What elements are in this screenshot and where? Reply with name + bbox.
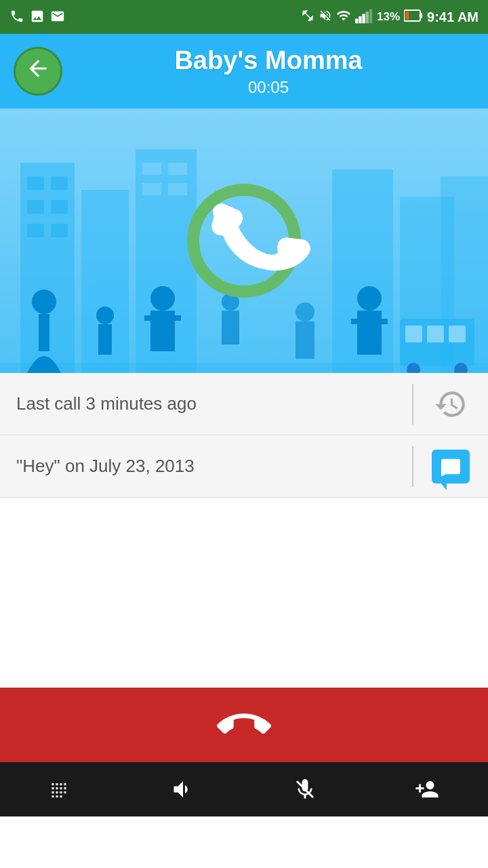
call-info: Baby's Momma 00:05 xyxy=(62,46,474,97)
signal-icon xyxy=(355,9,373,26)
message-icon-container[interactable] xyxy=(413,450,488,484)
svg-rect-38 xyxy=(144,315,157,321)
svg-rect-33 xyxy=(39,314,49,351)
keypad-icon xyxy=(49,777,73,802)
add-caller-button[interactable] xyxy=(393,769,461,810)
svg-rect-11 xyxy=(51,176,68,190)
wifi-status-icon xyxy=(336,8,351,26)
battery-icon xyxy=(404,9,423,25)
message-icon xyxy=(432,450,470,484)
svg-rect-1 xyxy=(359,16,361,23)
last-message-row[interactable]: "Hey" on July 23, 2013 xyxy=(0,435,488,498)
svg-rect-13 xyxy=(51,200,68,214)
status-right-info: 13% 9:41 AM xyxy=(301,8,479,26)
contact-name: Baby's Momma xyxy=(62,46,474,75)
email-status-icon xyxy=(50,9,65,26)
last-message-text: "Hey" on July 23, 2013 xyxy=(0,456,412,477)
call-header: Baby's Momma 00:05 xyxy=(0,34,488,108)
bottom-navigation xyxy=(0,762,488,816)
last-call-text: Last call 3 minutes ago xyxy=(0,393,412,414)
svg-rect-0 xyxy=(355,18,358,23)
svg-rect-44 xyxy=(351,319,363,324)
last-call-row[interactable]: Last call 3 minutes ago xyxy=(0,373,488,435)
svg-rect-10 xyxy=(27,176,44,190)
mute-icon xyxy=(293,777,317,802)
phone-status-icon xyxy=(9,9,24,26)
svg-point-42 xyxy=(357,286,382,311)
svg-rect-2 xyxy=(362,14,365,23)
svg-rect-15 xyxy=(51,224,68,237)
svg-rect-47 xyxy=(296,321,314,359)
svg-point-34 xyxy=(96,307,114,324)
svg-rect-14 xyxy=(27,224,44,237)
end-call-icon xyxy=(217,698,271,752)
svg-rect-31 xyxy=(0,363,488,373)
svg-rect-18 xyxy=(142,163,161,175)
middle-empty xyxy=(0,498,488,688)
svg-rect-26 xyxy=(405,326,422,342)
svg-rect-3 xyxy=(366,12,369,23)
speaker-icon xyxy=(171,777,195,802)
svg-rect-43 xyxy=(357,311,382,355)
end-call-button[interactable] xyxy=(0,688,488,762)
mute-button[interactable] xyxy=(271,769,339,810)
history-icon xyxy=(434,387,468,421)
status-time: 9:41 AM xyxy=(427,9,479,25)
call-duration: 00:05 xyxy=(62,78,474,97)
svg-rect-35 xyxy=(98,324,112,355)
back-button[interactable] xyxy=(14,47,62,96)
image-status-icon xyxy=(30,9,45,26)
svg-point-46 xyxy=(296,302,314,321)
svg-point-32 xyxy=(32,290,56,314)
svg-rect-39 xyxy=(169,315,181,321)
svg-point-36 xyxy=(150,286,175,311)
mute-status-icon xyxy=(319,9,332,25)
svg-rect-7 xyxy=(405,12,409,20)
svg-rect-6 xyxy=(420,13,422,18)
nfc-icon xyxy=(301,9,314,25)
svg-rect-4 xyxy=(369,9,372,23)
svg-rect-41 xyxy=(222,311,239,344)
keypad-button[interactable] xyxy=(27,769,95,810)
svg-rect-28 xyxy=(449,326,466,342)
status-left-icons xyxy=(9,9,65,26)
history-icon-container[interactable] xyxy=(413,387,488,421)
add-caller-icon xyxy=(415,777,439,802)
svg-rect-20 xyxy=(142,183,161,195)
speaker-button[interactable] xyxy=(149,769,217,810)
info-section: Last call 3 minutes ago "Hey" on July 23… xyxy=(0,373,488,498)
contact-image-area xyxy=(0,108,488,373)
svg-rect-27 xyxy=(427,326,444,342)
battery-percent: 13% xyxy=(377,10,400,24)
svg-rect-12 xyxy=(27,200,44,214)
svg-rect-45 xyxy=(375,319,388,324)
back-arrow-icon xyxy=(25,56,51,87)
app-logo xyxy=(176,166,312,302)
status-bar: 13% 9:41 AM xyxy=(0,0,488,34)
